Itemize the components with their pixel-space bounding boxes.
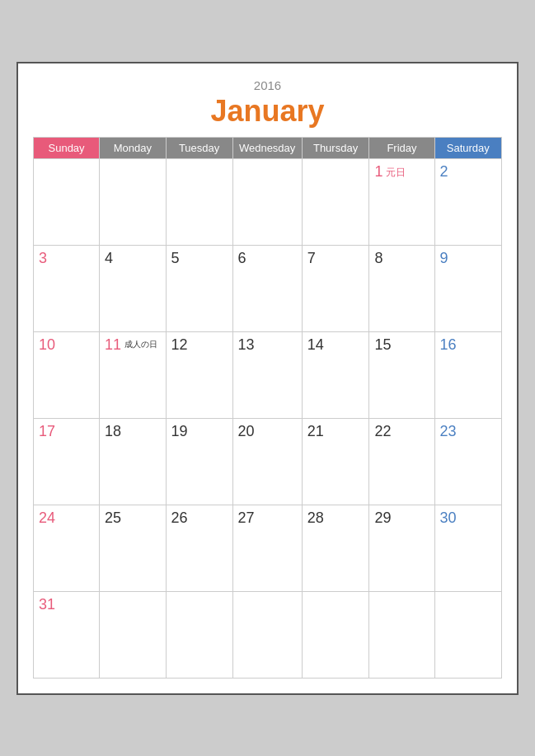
calendar-cell: 3 [34,245,100,331]
calendar-cell: 7 [302,245,369,331]
calendar-cell: 22 [369,418,434,505]
day-number: 15 [374,336,429,354]
year-label: 2016 [33,78,502,92]
calendar-table: SundayMondayTuesdayWednesdayThursdayFrid… [33,137,502,679]
day-number: 2 [440,163,496,181]
day-number: 14 [307,336,364,354]
calendar-cell [302,158,369,245]
calendar-cell [302,591,369,678]
day-number: 24 [39,509,94,527]
month-label: January [33,94,502,129]
calendar-cell: 10 [34,331,100,418]
day-number: 31 [39,596,94,613]
calendar-cell [232,158,302,245]
holiday-name: 元日 [386,166,406,180]
calendar-cell: 21 [302,418,369,505]
day-number: 6 [238,250,297,267]
calendar-cell: 15 [369,331,434,418]
day-number: 16 [440,336,496,354]
weekday-header-friday: Friday [369,137,434,158]
day-number: 17 [39,423,94,440]
calendar-cell: 20 [232,418,302,505]
calendar-cell [232,591,302,678]
calendar-cell: 17 [34,418,100,505]
day-number: 10 [39,336,94,354]
calendar-cell [34,158,100,245]
calendar-cell: 23 [434,418,501,505]
weekday-header-sunday: Sunday [34,137,100,158]
calendar-cell: 19 [166,418,232,505]
weekday-header-monday: Monday [100,137,166,158]
calendar-container: 2016 January SundayMondayTuesdayWednesda… [16,62,519,695]
calendar-cell: 9 [434,245,501,331]
calendar-cell [434,591,501,678]
day-number: 13 [238,336,297,354]
calendar-cell: 25 [100,505,166,591]
weekday-header-tuesday: Tuesday [166,137,232,158]
calendar-cell [100,158,166,245]
calendar-cell: 13 [232,331,302,418]
day-number: 29 [374,509,429,527]
weekday-header-wednesday: Wednesday [232,137,302,158]
calendar-cell: 31 [34,591,100,678]
day-number: 26 [171,509,228,527]
day-number: 1 [374,163,382,181]
day-number: 22 [374,423,429,440]
calendar-cell [166,158,232,245]
day-number: 8 [374,250,429,267]
day-number: 4 [105,250,160,267]
calendar-cell: 8 [369,245,434,331]
calendar-cell: 29 [369,505,434,591]
calendar-cell: 27 [232,505,302,591]
calendar-cell: 14 [302,331,369,418]
calendar-cell: 6 [232,245,302,331]
calendar-cell: 4 [100,245,166,331]
day-number: 27 [238,509,297,527]
calendar-cell [369,591,434,678]
calendar-cell: 11成人の日 [100,331,166,418]
day-number: 21 [307,423,364,440]
weekday-header-thursday: Thursday [302,137,369,158]
calendar-cell: 26 [166,505,232,591]
calendar-cell: 12 [166,331,232,418]
calendar-cell: 24 [34,505,100,591]
day-number: 19 [171,423,228,440]
day-number: 23 [440,423,496,440]
calendar-cell [100,591,166,678]
weekday-header-saturday: Saturday [434,137,501,158]
calendar-cell: 16 [434,331,501,418]
calendar-cell: 2 [434,158,501,245]
day-number: 30 [440,509,496,527]
day-number: 12 [171,336,228,354]
holiday-name: 成人の日 [124,339,157,350]
day-number: 20 [238,423,297,440]
calendar-cell: 1元日 [369,158,434,245]
calendar-cell: 18 [100,418,166,505]
calendar-cell: 28 [302,505,369,591]
day-number: 11 [105,336,121,354]
day-number: 5 [171,250,228,267]
calendar-cell [166,591,232,678]
calendar-cell: 30 [434,505,501,591]
day-number: 7 [307,250,364,267]
day-number: 18 [105,423,160,440]
calendar-cell: 5 [166,245,232,331]
day-number: 3 [39,250,94,267]
day-number: 28 [307,509,364,527]
day-number: 9 [440,250,496,267]
day-number: 25 [105,509,160,527]
